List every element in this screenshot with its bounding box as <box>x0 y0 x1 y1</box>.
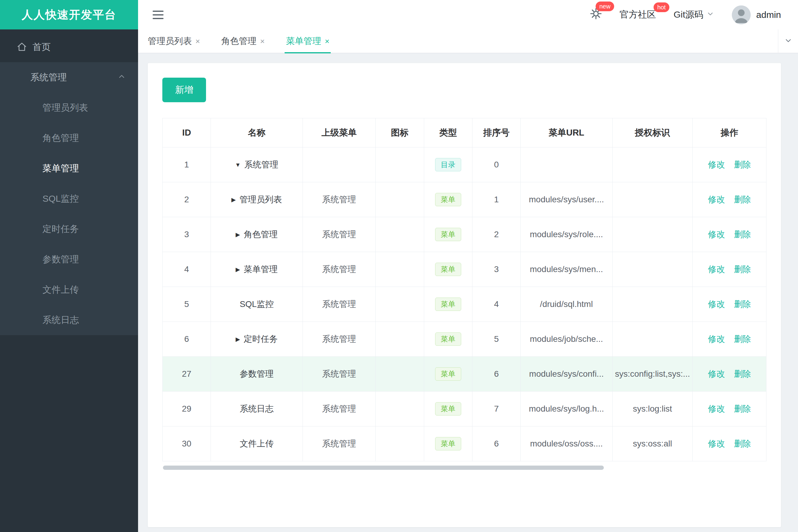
cell-parent: 系统管理 <box>302 182 376 217</box>
app-title: 人人快速开发平台 <box>22 7 116 22</box>
type-badge: 目录 <box>435 158 461 171</box>
tab-role[interactable]: 角色管理 <box>221 30 264 53</box>
chevron-up-icon <box>117 72 126 83</box>
cell-id: 5 <box>163 287 211 322</box>
new-badge: new <box>596 1 614 11</box>
sidebar-item-admin-list[interactable]: 管理员列表 <box>0 93 138 123</box>
community-link[interactable]: 官方社区 hot <box>619 8 656 21</box>
tab-close-icon[interactable] <box>196 37 200 45</box>
delete-link[interactable]: 删除 <box>734 369 751 379</box>
delete-link[interactable]: 删除 <box>734 404 751 413</box>
cell-name: 管理员列表 <box>211 182 302 217</box>
menu-name: 文件上传 <box>240 438 274 450</box>
table-row: 4 菜单管理 系统管理 菜单 3 modules/sys <box>163 252 766 287</box>
cell-type: 菜单 <box>424 357 472 392</box>
cell-url <box>521 147 612 182</box>
tab-admin-list[interactable]: 管理员列表 <box>148 30 200 53</box>
cell-actions: 修改 删除 <box>693 426 766 461</box>
column-header-parent: 上级菜单 <box>302 118 376 147</box>
expander-icon[interactable] <box>236 267 240 272</box>
cell-name: 参数管理 <box>211 357 302 392</box>
tab-label: 管理员列表 <box>148 35 192 47</box>
sidebar-item-config[interactable]: 参数管理 <box>0 244 138 274</box>
edit-link[interactable]: 修改 <box>708 334 725 344</box>
sidebar-item-label: 系统日志 <box>42 314 79 326</box>
sidebar-item-sql-monitor[interactable]: SQL监控 <box>0 184 138 214</box>
sidebar-item-menu[interactable]: 菜单管理 <box>0 153 138 184</box>
app-logo: 人人快速开发平台 <box>0 0 138 30</box>
table-row: 5 SQL监控 系统管理 菜单 4 /druid/sql <box>163 287 766 322</box>
sidebar-submenu: 管理员列表 角色管理 菜单管理 SQL监控 定时任务 参数管 <box>0 93 138 335</box>
column-header-url: 菜单URL <box>521 118 612 147</box>
expander-icon[interactable] <box>231 197 236 203</box>
cell-type: 目录 <box>424 147 472 182</box>
tab-close-icon[interactable] <box>324 37 329 45</box>
sidebar-group-system: 系统管理 管理员列表 角色管理 菜单管理 <box>0 62 138 335</box>
sidebar-group-title[interactable]: 系统管理 <box>0 62 138 93</box>
cell-actions: 修改 删除 <box>693 392 766 426</box>
column-header-id: ID <box>163 118 211 147</box>
sidebar-item-scheduled-jobs[interactable]: 定时任务 <box>0 214 138 244</box>
table-header-row: ID 名称 上级菜单 图标 类型 排序号 菜单URL 授权标识 操作 <box>163 118 766 147</box>
sidebar-item-home[interactable]: 首页 <box>0 32 138 62</box>
cell-parent: 系统管理 <box>302 357 376 392</box>
username-label: admin <box>756 10 781 20</box>
delete-link[interactable]: 删除 <box>734 439 751 448</box>
expander-icon[interactable] <box>236 336 240 342</box>
git-source-dropdown[interactable]: Git源码 <box>673 8 714 21</box>
cell-type: 菜单 <box>424 426 472 461</box>
table-row: 2 管理员列表 系统管理 菜单 1 modules/sy <box>163 182 766 217</box>
cell-name: SQL监控 <box>211 287 302 322</box>
column-header-order: 排序号 <box>472 118 520 147</box>
delete-link[interactable]: 删除 <box>734 265 751 274</box>
delete-link[interactable]: 删除 <box>734 230 751 239</box>
community-label: 官方社区 <box>619 8 656 21</box>
chevron-down-icon <box>706 10 714 20</box>
cell-url: modules/sys/confi... <box>521 357 612 392</box>
delete-link[interactable]: 删除 <box>734 299 751 309</box>
hot-badge: hot <box>653 2 669 12</box>
edit-link[interactable]: 修改 <box>708 195 725 204</box>
edit-link[interactable]: 修改 <box>708 265 725 274</box>
tab-menu[interactable]: 菜单管理 <box>286 30 329 53</box>
sidebar-item-role[interactable]: 角色管理 <box>0 123 138 153</box>
cell-icon <box>376 426 424 461</box>
cell-id: 3 <box>163 217 211 252</box>
cell-url: modules/job/sche... <box>521 322 612 357</box>
delete-link[interactable]: 删除 <box>734 334 751 344</box>
sidebar-item-system-log[interactable]: 系统日志 <box>0 305 138 335</box>
cell-order: 1 <box>472 182 520 217</box>
edit-link[interactable]: 修改 <box>708 404 725 413</box>
sidebar-item-file-upload[interactable]: 文件上传 <box>0 274 138 305</box>
delete-link[interactable]: 删除 <box>734 195 751 204</box>
scrollbar-thumb[interactable] <box>163 466 604 470</box>
cell-icon <box>376 182 424 217</box>
cell-order: 4 <box>472 287 520 322</box>
user-menu[interactable]: admin <box>732 5 781 24</box>
cell-name: 菜单管理 <box>211 252 302 287</box>
cell-parent: 系统管理 <box>302 426 376 461</box>
content-area: 新增 ID 名称 上级菜单 图标 类型 <box>138 53 798 532</box>
tab-close-icon[interactable] <box>260 37 264 45</box>
tabs-dropdown-button[interactable] <box>778 30 798 53</box>
edit-link[interactable]: 修改 <box>708 369 725 379</box>
edit-link[interactable]: 修改 <box>708 160 725 169</box>
column-header-type: 类型 <box>424 118 472 147</box>
delete-link[interactable]: 删除 <box>734 160 751 169</box>
table-row: 27 参数管理 系统管理 菜单 6 modules/sy <box>163 357 766 392</box>
edit-link[interactable]: 修改 <box>708 439 725 448</box>
cell-perms <box>612 217 693 252</box>
expander-icon[interactable] <box>236 232 240 238</box>
type-badge: 菜单 <box>435 193 461 206</box>
cell-type: 菜单 <box>424 182 472 217</box>
menu-name: 管理员列表 <box>239 194 282 205</box>
add-button[interactable]: 新增 <box>162 78 206 102</box>
edit-link[interactable]: 修改 <box>708 299 725 309</box>
settings-button[interactable]: new <box>590 7 602 22</box>
menu-toggle-icon[interactable] <box>153 11 164 19</box>
expander-icon[interactable] <box>235 162 241 168</box>
edit-link[interactable]: 修改 <box>708 230 725 239</box>
cell-order: 7 <box>472 392 520 426</box>
type-badge: 菜单 <box>435 367 461 381</box>
content-card: 新增 ID 名称 上级菜单 图标 类型 <box>148 63 781 527</box>
